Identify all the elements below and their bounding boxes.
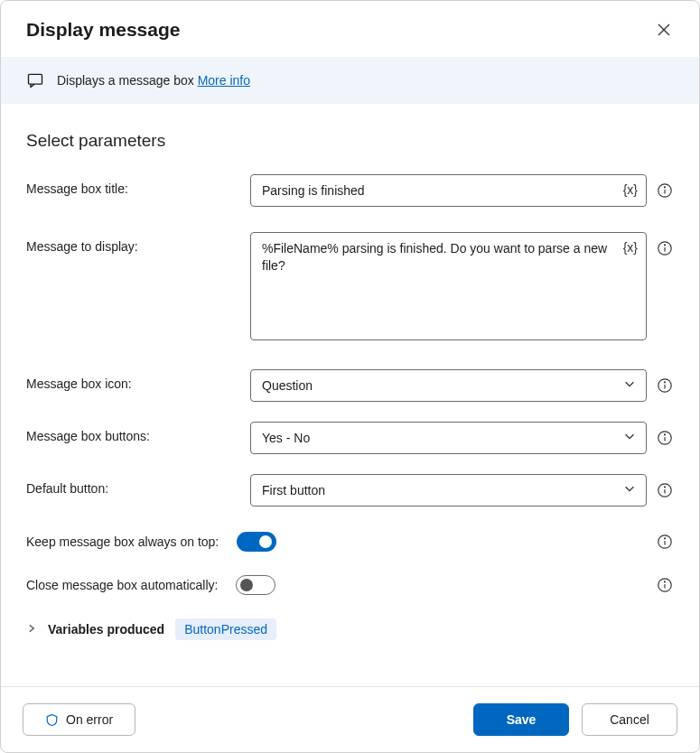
shield-icon [45,713,59,727]
message-box-icon [26,71,44,89]
on-error-button[interactable]: On error [23,703,135,736]
info-icon [657,240,673,256]
label-buttons: Message box buttons: [26,422,238,443]
help-message-button[interactable] [656,239,674,257]
help-title-button[interactable] [656,181,674,200]
row-buttons: Message box buttons: Yes - No [26,422,674,454]
close-icon [657,23,671,37]
auto-close-toggle[interactable] [236,575,275,595]
message-box-icon-select[interactable]: Question [250,369,647,402]
info-icon [657,182,673,199]
message-box-title-input[interactable] [250,174,647,207]
display-message-dialog: Display message Displays a message box M… [0,0,700,753]
row-message: Message to display: {x} [26,232,674,344]
info-icon [657,577,673,593]
info-icon [657,482,673,498]
default-button-select[interactable]: First button [250,474,647,507]
info-icon [657,430,673,446]
cancel-button[interactable]: Cancel [582,703,677,736]
label-title: Message box title: [26,174,238,196]
info-icon [657,377,673,394]
row-always-on-top: Keep message box always on top: [26,532,674,552]
row-icon: Message box icon: Question [26,369,674,402]
dialog-title: Display message [26,19,180,41]
chevron-right-icon [26,622,37,637]
more-info-link[interactable]: More info [198,73,250,88]
label-default-button: Default button: [26,474,238,496]
row-title: Message box title: {x} [26,174,674,207]
banner-text: Displays a message box [57,73,198,88]
on-error-label: On error [66,712,113,727]
variable-token-icon[interactable]: {x} [623,182,638,197]
info-banner: Displays a message box More info [1,57,699,104]
help-auto-close-button[interactable] [656,576,674,594]
dialog-footer: On error Save Cancel [1,686,699,752]
svg-point-12 [665,434,666,435]
svg-point-18 [665,538,666,539]
info-icon [657,534,673,550]
svg-point-9 [665,382,666,383]
label-icon: Message box icon: [26,369,238,391]
help-icon-button[interactable] [656,376,674,395]
dialog-header: Display message [1,1,699,57]
label-message: Message to display: [26,232,238,254]
section-title: Select parameters [26,131,674,151]
help-default-button[interactable] [656,481,674,499]
dialog-body: Select parameters Message box title: {x}… [1,104,699,686]
svg-rect-0 [29,74,42,84]
help-always-on-top-button[interactable] [656,533,674,551]
variables-produced-row[interactable]: Variables produced ButtonPressed [26,618,674,640]
always-on-top-toggle[interactable] [237,532,276,552]
variables-produced-label: Variables produced [48,622,164,637]
message-to-display-input[interactable] [250,232,647,340]
svg-point-6 [665,245,666,246]
label-always-on-top: Keep message box always on top: [26,535,219,549]
row-default-button: Default button: First button [26,474,674,507]
message-box-buttons-select[interactable]: Yes - No [250,422,647,454]
variable-chip[interactable]: ButtonPressed [175,618,276,640]
label-auto-close: Close message box automatically: [26,578,218,592]
save-button[interactable]: Save [473,703,569,736]
banner-text-wrap: Displays a message box More info [57,73,250,88]
svg-point-3 [665,187,666,188]
variable-token-icon[interactable]: {x} [623,240,638,255]
help-buttons-button[interactable] [656,429,674,447]
row-auto-close: Close message box automatically: [26,575,674,595]
svg-point-21 [665,581,666,582]
close-button[interactable] [654,20,674,40]
svg-point-15 [665,487,666,488]
